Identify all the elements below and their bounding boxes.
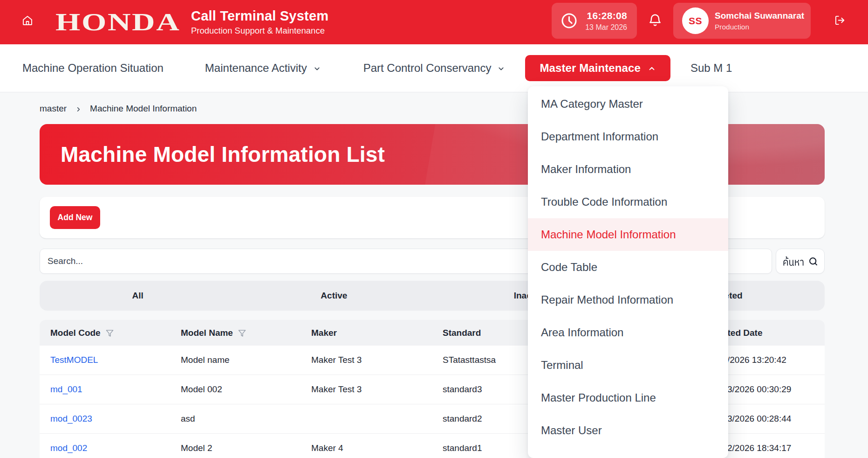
nav-item-machine-operation-situation[interactable]: Machine Operation Situation [22, 62, 164, 75]
menu-item-label: Master Production Line [541, 391, 656, 404]
nav-item-label: Maintenance Activity [205, 62, 307, 75]
top-bar: HONDA Call Terminal System Production Su… [0, 0, 868, 44]
main-nav: Machine Operation Situation Maintenance … [0, 44, 868, 92]
menu-item-label: Machine Model Information [541, 228, 676, 241]
cell-model-name: asd [170, 414, 301, 424]
clock-texts: 16:28:08 13 Mar 2026 [578, 10, 627, 32]
tab-all[interactable]: All [40, 281, 236, 311]
add-new-button[interactable]: Add New [50, 206, 100, 229]
column-header-label: Standard [443, 328, 481, 338]
chevron-down-icon [497, 65, 505, 73]
honda-logo: HONDA [55, 10, 180, 35]
clock-icon [560, 12, 578, 29]
menu-item-machine-model-information[interactable]: Machine Model Information [528, 218, 728, 251]
user-texts: Somchai Suwannarat Production [715, 11, 804, 31]
cell-maker: Maker Test 3 [301, 355, 432, 365]
search-button-thai-label [783, 257, 804, 266]
clock-time: 16:28:08 [578, 10, 627, 21]
user-name: Somchai Suwannarat [715, 11, 804, 21]
search-button[interactable] [776, 249, 825, 274]
menu-item-label: Master User [541, 424, 602, 437]
breadcrumb-item-current: Machine Model Information [90, 104, 197, 114]
cell-maker: Maker 4 [301, 443, 432, 453]
home-button[interactable] [22, 15, 33, 26]
chevron-right-icon [75, 106, 82, 113]
menu-item-ma-category-master[interactable]: MA Category Master [528, 88, 728, 120]
nav-item-label: Machine Operation Situation [22, 62, 164, 75]
nav-item-master-maintenace[interactable]: Master Maintenace [525, 55, 670, 81]
nav-item-part-control-conservancy[interactable]: Part Control Conservancy [363, 62, 506, 75]
menu-item-area-information[interactable]: Area Information [528, 316, 728, 349]
app-titles: Call Terminal System Production Support … [191, 8, 328, 36]
logout-button[interactable] [834, 15, 845, 26]
brand-wordmark: HONDA [55, 10, 180, 35]
master-maintenance-dropdown: MA Category Master Department Informatio… [528, 86, 728, 458]
column-header-maker: Maker [301, 328, 432, 338]
tab-active[interactable]: Active [236, 281, 432, 311]
nav-item-label: Sub M 1 [690, 62, 732, 75]
menu-item-label: Department Information [541, 130, 658, 143]
cell-model-code[interactable]: md_001 [40, 384, 170, 395]
clock-widget: 16:28:08 13 Mar 2026 [552, 3, 637, 39]
user-widget[interactable]: SS Somchai Suwannarat Production [673, 3, 811, 39]
home-icon [22, 15, 33, 26]
page-title: Machine Model Information List [61, 142, 385, 167]
menu-item-code-table[interactable]: Code Table [528, 251, 728, 284]
user-role: Production [715, 23, 804, 31]
cell-model-name: Model 2 [170, 443, 301, 453]
menu-item-department-information[interactable]: Department Information [528, 120, 728, 153]
filter-icon[interactable] [106, 329, 114, 337]
cell-model-code[interactable]: mod_002 [40, 443, 170, 453]
menu-item-label: MA Category Master [541, 97, 643, 111]
menu-item-label: Trouble Code Information [541, 195, 667, 208]
cell-model-code[interactable]: mod_0023 [40, 414, 170, 424]
menu-item-terminal[interactable]: Terminal [528, 349, 728, 382]
cell-model-code[interactable]: TestMODEL [40, 355, 170, 365]
app-subtitle: Production Support & Maintenance [191, 26, 328, 36]
search-icon [808, 257, 818, 266]
nav-item-label: Part Control Conservancy [363, 62, 492, 75]
menu-item-repair-method-information[interactable]: Repair Method Information [528, 284, 728, 316]
chevron-up-icon [648, 64, 656, 73]
column-header-label: Model Name [181, 328, 233, 338]
column-header-model-name: Model Name [170, 328, 301, 338]
bell-icon [648, 14, 662, 28]
menu-item-master-user[interactable]: Master User [528, 414, 728, 447]
notifications-button[interactable] [648, 14, 662, 28]
breadcrumb-item-master[interactable]: master [40, 104, 67, 114]
menu-item-label: Maker Information [541, 163, 631, 176]
menu-item-maker-information[interactable]: Maker Information [528, 153, 728, 186]
menu-item-label: Terminal [541, 359, 583, 372]
clock-date: 13 Mar 2026 [578, 23, 627, 32]
column-header-model-code: Model Code [40, 328, 170, 338]
nav-item-maintenance-activity[interactable]: Maintenance Activity [205, 62, 321, 75]
cell-maker: Maker Test 3 [301, 384, 432, 395]
logout-icon [834, 15, 845, 26]
cell-model-name: Model 002 [170, 384, 301, 395]
menu-item-label: Code Table [541, 261, 597, 274]
app-title: Call Terminal System [191, 8, 328, 24]
nav-item-sub-m-1[interactable]: Sub M 1 [690, 62, 732, 75]
column-header-label: Maker [311, 328, 337, 338]
avatar: SS [682, 7, 709, 34]
chevron-down-icon [313, 65, 321, 73]
cell-model-name: Model name [170, 355, 301, 365]
nav-item-label: Master Maintenace [540, 62, 640, 75]
menu-item-trouble-code-information[interactable]: Trouble Code Information [528, 186, 728, 218]
menu-item-label: Area Information [541, 326, 623, 339]
column-header-label: Model Code [50, 328, 101, 338]
menu-item-label: Repair Method Information [541, 293, 673, 306]
menu-item-master-production-line[interactable]: Master Production Line [528, 382, 728, 414]
page-content: master Machine Model Information Machine… [0, 103, 868, 458]
filter-icon[interactable] [238, 329, 246, 337]
